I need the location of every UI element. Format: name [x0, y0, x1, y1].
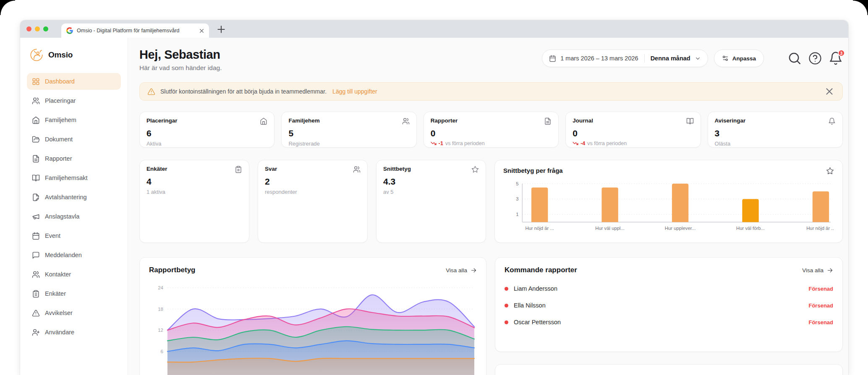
page-title: Hej, Sebastian — [139, 48, 222, 61]
svg-text:1: 1 — [516, 212, 518, 217]
stat-card-sub: respondenter — [265, 189, 361, 195]
tab-title: Omsio - Digital Platform för familjehems… — [77, 28, 195, 34]
stat-card-head: Enkäter — [146, 166, 242, 173]
sidebar-item-label: Dashboard — [45, 78, 75, 85]
brand-name: Omsio — [48, 50, 73, 60]
stat-card-value: 4.3 — [383, 177, 479, 186]
customize-button[interactable]: Anpassa — [714, 49, 764, 67]
calendar-icon — [32, 232, 40, 240]
traffic-lights — [26, 26, 48, 31]
help-button[interactable] — [808, 51, 822, 65]
banner-link[interactable]: Lägg till uppgifter — [332, 88, 377, 95]
sidebar-item-anslagstavla[interactable]: Anslagstavla — [27, 208, 121, 225]
sidebar-item-meddelanden[interactable]: Meddelanden — [27, 247, 121, 263]
sidebar-item-label: Kontakter — [45, 271, 71, 278]
upcoming-list: Liam AnderssonFörsenadElla NilssonFörsen… — [505, 280, 833, 331]
sidebar-item-label: Familjehem — [45, 117, 76, 123]
stat-card-trend: -1vs förra perioden — [431, 141, 552, 146]
zoom-window-button[interactable] — [43, 26, 48, 31]
stat-card-value: 6 — [146, 129, 267, 138]
svg-text:6: 6 — [161, 349, 163, 354]
notifications-button[interactable]: 3 — [829, 51, 843, 65]
sidebar-nav: DashboardPlaceringarFamiljehemDokumentRa… — [27, 73, 121, 341]
sidebar-item-kontakter[interactable]: Kontakter — [27, 266, 121, 283]
stat-card-sub: Registrerade — [288, 141, 409, 147]
omsio-logo-icon — [29, 48, 44, 62]
stat-card-svar: Svar2respondenter — [258, 160, 368, 243]
stat-card-head: Journal — [573, 117, 693, 125]
stat-card-title: Svar — [265, 166, 277, 172]
banner-close-button[interactable] — [824, 86, 835, 97]
view-all-label: Visa alla — [802, 267, 824, 273]
chart-title: Snittbetyg per fråga — [503, 167, 563, 174]
minimize-window-button[interactable] — [35, 26, 40, 31]
sidebar-item-label: Familjehemsakt — [45, 174, 88, 181]
sidebar-item-label: Meddelanden — [45, 252, 82, 258]
stat-card-head: Svar — [265, 166, 361, 173]
sidebar: Omsio DashboardPlaceringarFamiljehemDoku… — [20, 38, 128, 375]
stat-card-title: Snittbetyg — [383, 166, 411, 172]
view-all-label: Visa alla — [446, 267, 467, 273]
users-icon — [402, 117, 410, 125]
view-all-link[interactable]: Visa alla — [802, 267, 833, 273]
upcoming-report-row[interactable]: Oscar PetterssonFörsenad — [505, 314, 833, 331]
stat-card-value: 5 — [288, 129, 409, 138]
stat-card-placeringar: Placeringar6Aktiva — [139, 112, 275, 148]
svg-text:5: 5 — [516, 181, 518, 186]
bar-hur-nojd-ar — [531, 188, 548, 222]
warning-triangle-icon — [147, 88, 155, 96]
date-range-picker[interactable]: 1 mars 2026 – 13 mars 2026 Denna månad — [542, 49, 708, 67]
period-select-value[interactable]: Denna månad — [651, 55, 690, 62]
stat-card-head: Rapporter — [431, 117, 552, 125]
sidebar-item-label: Rapporter — [45, 155, 72, 162]
stat-card-value: 3 — [715, 129, 836, 138]
sidebar-item-familjehem[interactable]: Familjehem — [27, 112, 121, 128]
status-badge: Försenad — [808, 319, 833, 326]
new-tab-button[interactable] — [216, 24, 227, 35]
browser-tab[interactable]: Omsio - Digital Platform för familjehems… — [61, 23, 209, 38]
sidebar-item-label: Dokument — [45, 136, 73, 143]
stat-card-rapporter: Rapporter0-1vs förra perioden — [424, 112, 559, 148]
status-dot — [505, 287, 508, 291]
topbar: Hej, Sebastian Här är vad som händer ida… — [139, 48, 843, 72]
sidebar-item-avvikelser[interactable]: Avvikelser — [27, 305, 121, 321]
stat-card-title: Placeringar — [146, 117, 178, 124]
star-icon[interactable] — [826, 167, 834, 175]
folder-icon — [32, 135, 40, 143]
report-name: Oscar Pettersson — [514, 319, 561, 326]
stat-card-title: Rapporter — [431, 117, 458, 124]
stat-card-head: Placeringar — [146, 117, 267, 125]
bottom-row: Rapportbetyg Visa alla 6121824 Kommande … — [139, 257, 843, 375]
upcoming-report-row[interactable]: Ella NilssonFörsenad — [505, 297, 833, 314]
sidebar-item-enkater[interactable]: Enkäter — [27, 285, 121, 302]
sidebar-item-placeringar[interactable]: Placeringar — [27, 92, 121, 109]
sidebar-item-anvandare[interactable]: Användare — [27, 324, 121, 341]
search-button[interactable] — [787, 51, 802, 65]
trend-down-icon — [431, 141, 437, 146]
card-stub — [495, 364, 843, 375]
close-window-button[interactable] — [26, 26, 31, 31]
sidebar-item-familjehemsakt[interactable]: Familjehemsakt — [27, 169, 121, 186]
sidebar-item-dashboard[interactable]: Dashboard — [27, 73, 121, 90]
sidebar-item-rapporter[interactable]: Rapporter — [27, 150, 121, 167]
stat-card-value: 2 — [265, 177, 361, 186]
sidebar-item-dokument[interactable]: Dokument — [27, 131, 121, 148]
file-text-icon — [32, 155, 40, 163]
users-icon — [32, 271, 40, 279]
notification-badge: 3 — [838, 49, 845, 57]
book-open-icon — [686, 117, 694, 125]
sidebar-item-label: Placeringar — [45, 97, 76, 104]
status-dot — [505, 320, 508, 324]
sidebar-item-avtalshantering[interactable]: Avtalshantering — [27, 189, 121, 206]
svg-text:Hur väl uppl...: Hur väl uppl... — [595, 226, 625, 231]
bar-hur-nojd-ar — [813, 192, 829, 222]
google-favicon — [66, 27, 73, 34]
upcoming-report-row[interactable]: Liam AnderssonFörsenad — [505, 280, 833, 297]
view-all-link[interactable]: Visa alla — [446, 267, 477, 273]
sidebar-item-event[interactable]: Event — [27, 227, 121, 244]
arrow-right-icon — [471, 267, 477, 273]
stat-card-trend: -4vs förra perioden — [573, 141, 693, 146]
stat-card-head: Aviseringar — [715, 117, 836, 125]
tab-close-icon[interactable] — [199, 28, 205, 34]
sidebar-item-label: Enkäter — [45, 290, 66, 297]
